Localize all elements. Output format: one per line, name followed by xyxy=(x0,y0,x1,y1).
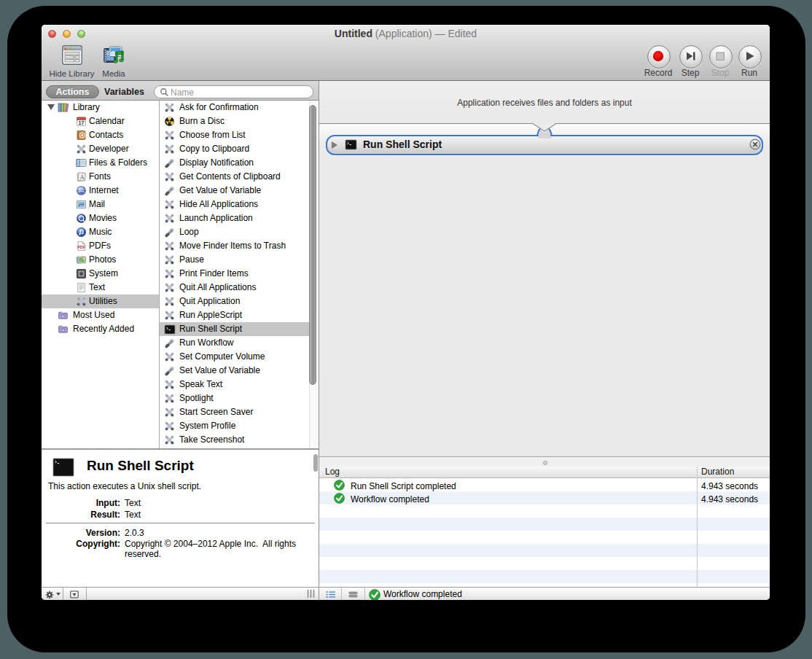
svg-text:A: A xyxy=(80,174,85,181)
svg-text:PDF: PDF xyxy=(77,245,85,249)
svg-text:17: 17 xyxy=(79,120,85,126)
